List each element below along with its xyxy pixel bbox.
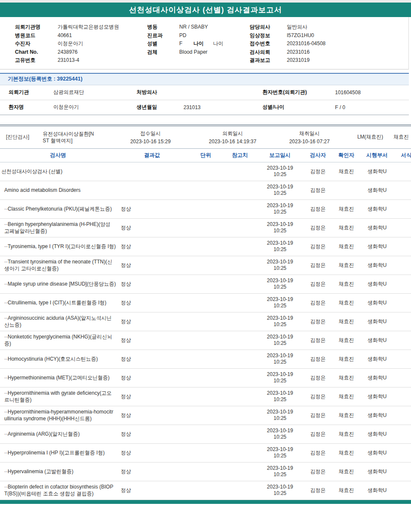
cell-tester: 김정은: [304, 350, 332, 368]
field-value: 2438976: [58, 48, 78, 57]
report-date: 2023-10-19: [256, 428, 304, 434]
cell-report-datetime: 2023-10-19 10:25: [256, 406, 304, 425]
cell-department: 생화학U: [361, 331, 394, 350]
cell-form: [394, 275, 411, 293]
cell-form: [394, 443, 411, 462]
field-value-secondary: 나이: [213, 40, 223, 48]
cell-report-datetime: 2023-10-19 10:25: [256, 256, 304, 275]
field-label: 결과보고: [250, 56, 287, 65]
cell-reference: [224, 443, 256, 462]
field-label: 수진자: [15, 40, 58, 48]
cell-form: [394, 462, 411, 481]
report-page: 선천성대사이상검사 (선별) 검사결과보고서 의뢰기관명 가톨릭대학교은평성모병…: [0, 0, 411, 532]
field-value: 20231016-04508: [287, 40, 326, 48]
result-row: ··Classic Phenylketonuria (PKU)(페닐케톤뇨증) …: [0, 200, 411, 218]
cell-confirmer: 채효진: [332, 331, 361, 350]
cell-unit: [188, 406, 224, 425]
cell-unit: [188, 350, 224, 368]
field-label: 의뢰기관명: [15, 23, 58, 32]
cell-reference: [224, 331, 256, 350]
test-name: ··Biopterin defect in cofactor biosynthe…: [0, 483, 116, 497]
order-received-datetime: 접수일시 2023-10-16 15:29: [100, 130, 201, 145]
col-header-reference: 참고치: [224, 148, 256, 162]
report-time: 10:25: [256, 396, 304, 403]
cell-tester: 김정은: [304, 237, 332, 256]
cell-result-value: 정상: [116, 331, 188, 350]
field-value: 20231019: [287, 56, 309, 65]
cell-test-name: ··Argininosuccinic aciduria (ASA)(알지노석시닌…: [0, 312, 116, 331]
result-row: ··Hyperornithinemia-hyperammonemia-homoc…: [0, 406, 411, 425]
result-row: ··Argininemia (ARG)(알지닌혈증) 정상 2023-10-19…: [0, 425, 411, 443]
result-row: Amino acid metabolism Disorders 2023-10-…: [0, 181, 411, 200]
cell-reference: [224, 350, 256, 368]
order-category: [진단검사]: [0, 133, 43, 141]
field-label-secondary: 나이: [193, 40, 204, 48]
field-label: 접수일시: [100, 130, 201, 137]
cell-confirmer: 채효진: [332, 350, 361, 368]
cell-result-value: 정상: [116, 425, 188, 443]
cell-confirmer: 채효진: [332, 406, 361, 425]
field-label: 생년월일: [137, 104, 184, 111]
cell-confirmer: 채효진: [332, 312, 361, 331]
test-name: ··Hypervalinemia (고발린혈증): [0, 468, 116, 475]
field-value: 일반의사: [287, 23, 307, 32]
col-header-tester: 검사자: [304, 148, 332, 162]
cell-unit: [188, 256, 224, 275]
cell-form: [394, 200, 411, 218]
basic-info-cell: 성별/나이 F / 0: [254, 104, 409, 111]
report-date: 2023-10-19: [256, 371, 304, 378]
field-label: 의뢰기관: [9, 89, 53, 96]
cell-result-value: [116, 181, 188, 200]
result-row: ··Hyperornithinemia with gyrate deficien…: [0, 387, 411, 406]
cell-tester: 김정은: [304, 331, 332, 350]
report-time: 10:25: [256, 321, 304, 328]
cell-department: 생화학U: [361, 406, 394, 425]
cell-test-name: ··Transient tyrosinemia of the neonate (…: [0, 256, 116, 275]
basic-info-row: 의뢰기관 삼광의료재단 처방의사 환자번호(의뢰기관) 101604508: [0, 85, 409, 100]
cell-tester: 김정은: [304, 387, 332, 406]
cell-test-name: ··Hypermethioninemia (MET)(고메티오닌혈증): [0, 368, 116, 387]
cell-unit: [188, 162, 224, 181]
cell-unit: [188, 368, 224, 387]
test-name: ··Tyrosinemia, type I (TYR I)(고타이로신혈증 I형…: [0, 243, 116, 250]
cell-department: 생화학U: [361, 181, 394, 200]
cell-confirmer: 채효진: [332, 293, 361, 312]
cell-result-value: 정상: [116, 387, 188, 406]
cell-tester: 김정은: [304, 406, 332, 425]
lab-manager-name: 채효진: [386, 133, 411, 141]
col-header-result-value: 결과값: [116, 148, 188, 162]
cell-unit: [188, 331, 224, 350]
cell-form: [394, 293, 411, 312]
cell-test-name: ··Maple syrup urine disease [MSUD](단풍당뇨증…: [0, 275, 116, 293]
cell-reference: [224, 312, 256, 331]
cell-department: 생화학U: [361, 293, 394, 312]
cell-unit: [188, 237, 224, 256]
cell-report-datetime: 2023-10-19 10:25: [256, 181, 304, 200]
col-header-unit: 단위: [188, 148, 224, 162]
field-value: 40661: [58, 32, 72, 40]
cell-confirmer: 채효진: [332, 425, 361, 443]
cell-tester: 김정은: [304, 443, 332, 462]
cell-result-value: 정상: [116, 200, 188, 218]
report-time: 10:25: [256, 359, 304, 365]
field-value: 2023-10-16 14:19:37: [201, 139, 265, 145]
cell-result-value: 정상: [116, 293, 188, 312]
cell-department: 생화학U: [361, 443, 394, 462]
field-label: 검체: [147, 48, 179, 57]
report-date: 2023-10-19: [256, 484, 304, 490]
cell-confirmer: 채효진: [332, 275, 361, 293]
basic-info-title: 기본정보(등록번호 : 39225441): [8, 75, 82, 83]
cell-reference: [224, 200, 256, 218]
cell-result-value: 정상: [116, 443, 188, 462]
col-header-test-name: 검사명: [0, 148, 116, 162]
cell-unit: [188, 218, 224, 237]
patient-header-row: 검체 Blood Paper: [147, 48, 250, 57]
cell-unit: [188, 425, 224, 443]
footer-accent-bar: [0, 500, 411, 504]
result-row: ··Homocystinuria (HCY)(호모시스틴뇨증) 정상 2023-…: [0, 350, 411, 368]
cell-tester: 김정은: [304, 275, 332, 293]
cell-test-name: ··Classic Phenylketonuria (PKU)(페닐케톤뇨증): [0, 200, 116, 218]
cell-unit: [188, 443, 224, 462]
field-label: 임상정보: [250, 32, 287, 40]
report-time: 10:25: [256, 246, 304, 253]
